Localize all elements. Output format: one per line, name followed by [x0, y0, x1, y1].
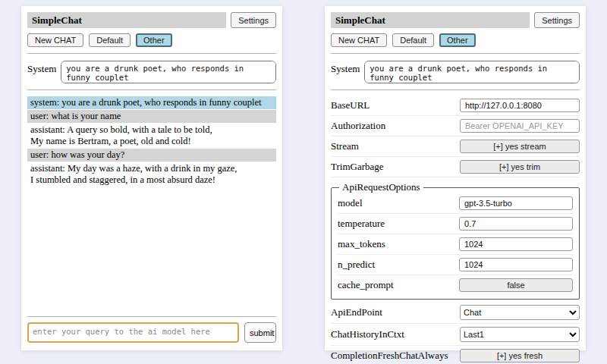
chathistoryinctxt-select[interactable]: Last1 [460, 327, 580, 342]
divider [331, 53, 580, 54]
system-prompt-textarea[interactable]: you are a drunk poet, who responds in fu… [364, 61, 580, 83]
chat-panel: SimpleChat Settings New CHAT Default Oth… [21, 6, 282, 350]
apiendpoint-label: ApiEndPoint [331, 306, 382, 318]
session-tab-other[interactable]: Other [136, 33, 172, 47]
completionfreshchatalways-toggle-button[interactable]: [+] yes fresh [460, 349, 580, 362]
divider [27, 53, 276, 54]
session-tab-default[interactable]: Default [392, 33, 434, 47]
model-input[interactable] [459, 196, 573, 210]
setting-row-cache-prompt: cache_prompt false [338, 275, 573, 295]
new-chat-button[interactable]: New CHAT [331, 33, 387, 47]
app-title: SimpleChat [27, 12, 226, 28]
settings-button[interactable]: Settings [231, 12, 276, 28]
title-row: SimpleChat Settings [27, 12, 276, 28]
settings-panel: SimpleChat Settings New CHAT Default Oth… [325, 6, 586, 350]
divider [331, 89, 580, 90]
setting-row-temperature: temperature [338, 214, 573, 234]
chat-message-system: system: you are a drunk poet, who respon… [27, 96, 276, 109]
authorization-input[interactable] [460, 119, 580, 133]
setting-row-max-tokens: max_tokens [338, 234, 573, 255]
system-prompt-textarea[interactable]: you are a drunk poet, who responds in fu… [61, 61, 276, 83]
system-label: System [27, 61, 56, 75]
session-row: New CHAT Default Other [27, 33, 276, 47]
session-row: New CHAT Default Other [331, 33, 580, 47]
query-input[interactable] [27, 322, 239, 343]
setting-row-stream: Stream [+] yes stream [331, 136, 580, 157]
n-predict-input[interactable] [459, 258, 573, 271]
chat-log: system: you are a drunk poet, who respon… [27, 96, 276, 310]
setting-row-n-predict: n_predict [338, 255, 573, 275]
trimgarbage-toggle-button[interactable]: [+] yes trim [460, 160, 580, 174]
api-request-options-fieldset: ApiRequestOptions model temperature max_… [331, 181, 580, 300]
completionfreshchatalways-label: CompletionFreshChatAlways [331, 350, 448, 362]
system-label: System [331, 61, 360, 75]
apiendpoint-select[interactable]: Chat [460, 305, 580, 320]
system-prompt-row: System you are a drunk poet, who respond… [27, 59, 276, 83]
cache-prompt-label: cache_prompt [338, 279, 394, 291]
cache-prompt-toggle-button[interactable]: false [459, 278, 573, 292]
setting-row-authorization: Authorization [331, 116, 580, 136]
title-row: SimpleChat Settings [331, 12, 580, 28]
session-tab-default[interactable]: Default [89, 33, 131, 47]
temperature-input[interactable] [459, 217, 573, 231]
setting-row-apiendpoint: ApiEndPoint Chat [331, 302, 580, 324]
setting-row-model: model [338, 193, 573, 214]
chathistoryinctxt-label: ChatHistoryInCtxt [331, 328, 404, 340]
model-label: model [338, 197, 363, 209]
new-chat-button[interactable]: New CHAT [27, 33, 83, 47]
chat-message-assistant: assistant: My day was a haze, with a dri… [27, 162, 276, 187]
chat-message-assistant: assistant: A query so bold, with a tale … [27, 124, 276, 148]
divider [27, 316, 276, 317]
temperature-label: temperature [338, 218, 385, 230]
baseurl-label: BaseURL [331, 99, 370, 111]
n-predict-label: n_predict [338, 259, 375, 271]
setting-row-chathistoryinctxt: ChatHistoryInCtxt Last1 [331, 324, 580, 346]
max-tokens-label: max_tokens [338, 238, 385, 250]
setting-row-completionfreshchatalways: CompletionFreshChatAlways [+] yes fresh [331, 346, 580, 364]
chat-message-user: user: how was your day? [27, 149, 276, 162]
app-title: SimpleChat [331, 12, 530, 28]
session-tab-other[interactable]: Other [439, 33, 476, 47]
authorization-label: Authorization [331, 120, 385, 132]
api-request-options-legend: ApiRequestOptions [339, 181, 423, 193]
max-tokens-input[interactable] [459, 237, 573, 251]
stream-label: Stream [331, 140, 359, 152]
system-prompt-row: System you are a drunk poet, who respond… [331, 59, 580, 83]
stream-toggle-button[interactable]: [+] yes stream [460, 140, 580, 153]
trimgarbage-label: TrimGarbage [331, 161, 384, 173]
query-row: submit [27, 322, 276, 343]
chat-message-user: user: what is your name [27, 110, 276, 123]
setting-row-baseurl: BaseURL [331, 96, 580, 116]
setting-row-trimgarbage: TrimGarbage [+] yes trim [331, 157, 580, 177]
settings-button[interactable]: Settings [534, 12, 580, 28]
submit-button[interactable]: submit [244, 322, 276, 343]
divider [27, 89, 276, 90]
baseurl-input[interactable] [460, 99, 580, 112]
